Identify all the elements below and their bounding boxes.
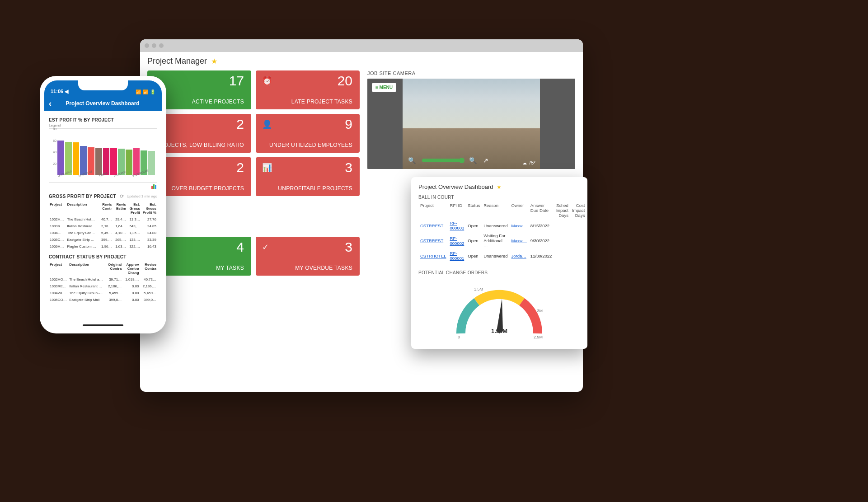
signal-icon: 📶 xyxy=(136,89,141,94)
cloud-icon: ☁ xyxy=(522,160,527,165)
home-indicator[interactable] xyxy=(83,324,123,326)
status-time: 11:06 ◀ xyxy=(51,89,68,94)
rfi-link[interactable]: RF-000003 xyxy=(450,221,464,230)
ball-in-court-table: ProjectRFI IDStatusReasonOwnerAnswer Due… xyxy=(418,202,586,262)
pco-gauge: 1.94M 0 1.5M 3M 2.9M xyxy=(450,281,549,345)
chart-bar[interactable] xyxy=(95,148,102,175)
contract-status-table: ProjectDescriptionOriginal ContraApprov … xyxy=(49,261,157,303)
star-icon[interactable]: ★ xyxy=(497,184,502,190)
project-link[interactable]: CSTRHOTEL xyxy=(420,253,446,258)
est-profit-chart[interactable]: 80604020 ULTICURR1REVREC02TMR03FIXEDP062… xyxy=(49,128,157,183)
table-row[interactable]: CSTRREST RF-000003 OpenUnanswered Maxw… … xyxy=(418,219,586,232)
tile-value: 17 xyxy=(229,73,244,89)
project-link[interactable]: CSTRREST xyxy=(420,223,443,228)
refresh-icon[interactable]: ⟳ xyxy=(120,193,124,199)
gauge-value: 1.94M xyxy=(450,328,549,334)
chart-bar[interactable] xyxy=(57,141,64,175)
table-row[interactable]: 1005C…Eastgate Strip …399,…265,…133,…33.… xyxy=(49,236,157,243)
zoom-out-icon[interactable]: 🔍 xyxy=(408,157,416,164)
table-row[interactable]: CSTRHOTEL RF-000001 OpenUnanswered Jorda… xyxy=(418,249,586,262)
job-site-camera[interactable]: ≡ MENU 🔍 🔍 ↗ ☁ 75° xyxy=(367,79,575,169)
kpi-tile[interactable]: 👤 9 UNDER UTILIZED EMPLOYEES xyxy=(256,114,360,153)
chart-bar[interactable] xyxy=(110,148,117,175)
share-icon[interactable]: ↗ xyxy=(483,157,488,164)
tile-label: UNDER UTILIZED EMPLOYEES xyxy=(269,142,352,148)
pco-header: POTENTIAL CHANGE ORDERS xyxy=(418,270,580,275)
page-title: Project Manager ★ xyxy=(147,56,576,66)
tile-icon: ✓ xyxy=(262,242,269,252)
chart-bar[interactable] xyxy=(133,148,140,175)
zoom-in-icon[interactable]: 🔍 xyxy=(469,157,477,164)
nav-title: Project Overview Dashboard xyxy=(56,100,149,107)
camera-temp: ☁ 75° xyxy=(522,160,535,165)
svg-rect-2 xyxy=(153,184,155,189)
section-est-profit: EST PROFIT % BY PROJECT xyxy=(49,117,157,122)
camera-header: JOB SITE CAMERA xyxy=(367,70,576,76)
tile-label: OVER BUDGET PROJECTS xyxy=(172,185,244,192)
back-icon[interactable]: ‹ xyxy=(49,99,52,108)
svg-rect-1 xyxy=(151,186,153,189)
chart-bar[interactable] xyxy=(103,148,110,175)
tile-value: 3 xyxy=(345,239,352,255)
owner-link[interactable]: Maxw… xyxy=(511,223,527,228)
chart-bar[interactable] xyxy=(148,151,155,175)
svg-rect-3 xyxy=(155,185,156,189)
traffic-dot[interactable] xyxy=(145,43,149,48)
tile-value: 2 xyxy=(236,160,244,175)
section-contract-status: CONTRACT STATUS BY PROJECT xyxy=(49,254,157,259)
tile-icon: ⏰ xyxy=(262,76,272,86)
tile-label: MY TASKS xyxy=(216,265,244,271)
camera-menu-button[interactable]: ≡ MENU xyxy=(372,83,396,92)
tile-label: PROJECTS, LOW BILLING RATIO xyxy=(156,142,244,148)
tile-label: UNPROFITABLE PROJECTS xyxy=(278,185,352,192)
chart-bar[interactable] xyxy=(80,146,87,175)
project-link[interactable]: CSTRREST xyxy=(420,238,443,243)
legend-label: Legend xyxy=(49,123,157,127)
wifi-icon: 📶 xyxy=(143,89,148,94)
zoom-slider[interactable] xyxy=(422,159,463,162)
tile-icon: 📊 xyxy=(262,163,272,173)
table-row[interactable]: 1002H…The Beach Hot…40,7…29,4…11,3…27.76 xyxy=(49,216,157,223)
table-row[interactable]: 1003R…Italian Restaura…2,18…1,64…543,…24… xyxy=(49,223,157,230)
owner-link[interactable]: Jorda… xyxy=(511,253,526,258)
table-row[interactable]: CSTRREST RF-000002 OpenWaiting For Addit… xyxy=(418,232,586,249)
star-icon[interactable]: ★ xyxy=(211,57,217,65)
phone-navbar: ‹ Project Overview Dashboard xyxy=(44,96,162,111)
table-row[interactable]: 1002HO…The Beach Hotel a…39,71…1,019,…40… xyxy=(49,276,157,283)
phone-mockup: 11:06 ◀ 📶 📶 🔋 ‹ Project Overview Dashboa… xyxy=(40,76,166,333)
chart-bar[interactable] xyxy=(73,142,80,175)
rfi-link[interactable]: RF-000001 xyxy=(450,251,464,261)
section-gross-profit: GROSS PROFIT BY PROJECT xyxy=(49,194,117,199)
tile-value: 3 xyxy=(345,160,352,175)
ball-in-court-header: BALL IN COURT xyxy=(418,195,580,200)
overview-title: Project Overview Dashboard ★ xyxy=(418,183,580,190)
owner-link[interactable]: Maxw… xyxy=(511,238,527,243)
table-row[interactable]: 1003RE…Italian Restaurant …2,186,…0.002,… xyxy=(49,283,157,290)
tile-label: MY OVERDUE TASKS xyxy=(295,265,352,271)
kpi-tile[interactable]: ⏰ 20 LATE PROJECT TASKS xyxy=(256,70,360,109)
browser-titlebar xyxy=(140,39,583,52)
gross-profit-table: ProjectDescriptionRevis ContrRevis Estim… xyxy=(49,201,157,250)
tile-label: LATE PROJECT TASKS xyxy=(291,99,352,105)
kpi-tiles: 17 ACTIVE PROJECTS⏰ 20 LATE PROJECT TASK… xyxy=(147,70,362,276)
tile-value: 4 xyxy=(236,239,244,255)
overview-card: Project Overview Dashboard ★ BALL IN COU… xyxy=(411,177,587,349)
updated-label: Updated 1 min ago xyxy=(127,194,157,198)
kpi-tile[interactable]: ✓ 3 MY OVERDUE TASKS xyxy=(256,237,360,276)
traffic-dot[interactable] xyxy=(152,43,156,48)
tile-value: 2 xyxy=(236,117,244,132)
tile-icon: 👤 xyxy=(262,119,272,129)
kpi-tile[interactable]: 📊 3 UNPROFITABLE PROJECTS xyxy=(256,157,360,196)
battery-icon: 🔋 xyxy=(150,89,155,94)
rfi-link[interactable]: RF-000002 xyxy=(450,236,464,246)
table-row[interactable]: 1006H…Flagler Custom …1,96…1,63…322,…16.… xyxy=(49,243,157,250)
tile-value: 9 xyxy=(345,117,352,132)
table-row[interactable]: 1005CO…Eastgate Strip Mall399,0…0.00399,… xyxy=(49,296,157,303)
traffic-dot[interactable] xyxy=(159,43,164,48)
chart-bar[interactable] xyxy=(126,150,132,175)
chart-type-icon[interactable] xyxy=(151,183,157,189)
table-row[interactable]: 1004…The Equity Gro…5,45…4,10…1,35…24.80 xyxy=(49,230,157,236)
tile-label: ACTIVE PROJECTS xyxy=(192,99,244,105)
table-row[interactable]: 1004WI…The Equity Group -…5,459…0.005,45… xyxy=(49,290,157,296)
tile-value: 20 xyxy=(338,73,352,89)
